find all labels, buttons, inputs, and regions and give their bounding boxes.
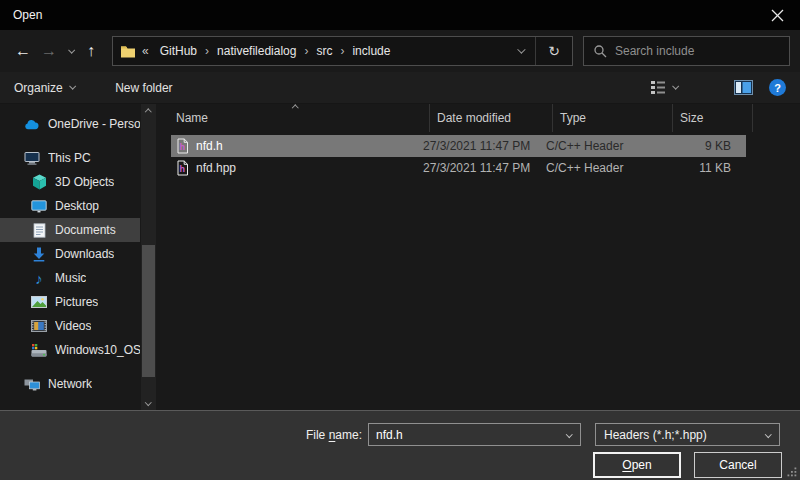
sidebar-item-network[interactable]: Network xyxy=(0,372,140,396)
close-icon xyxy=(771,9,784,22)
refresh-icon: ↻ xyxy=(548,43,560,59)
search-placeholder: Search include xyxy=(615,44,694,58)
column-header-label: Size xyxy=(680,111,703,125)
close-button[interactable] xyxy=(754,0,800,30)
window-title: Open xyxy=(13,8,42,22)
sidebar-item-label: Downloads xyxy=(55,247,114,261)
this-pc-icon xyxy=(24,150,40,166)
column-header-label: Type xyxy=(560,111,586,125)
desktop-monitor-icon xyxy=(31,198,47,214)
column-header-type[interactable]: Type xyxy=(553,104,673,132)
sidebar-item-music[interactable]: ♪ Music xyxy=(0,266,140,290)
sidebar-scrollbar[interactable] xyxy=(141,104,156,410)
file-rows: h nfd.h 27/3/2021 11:47 PM C/C++ Header … xyxy=(157,135,800,179)
file-list: Name Date modified Type Size h nfd.h 2 xyxy=(157,104,800,410)
breadcrumb-item-include[interactable]: include xyxy=(345,37,397,65)
titlebar: Open xyxy=(0,0,800,30)
sidebar-item-label: This PC xyxy=(48,151,91,165)
chevron-down-icon xyxy=(517,45,525,53)
file-row-nfd-hpp[interactable]: h nfd.hpp 27/3/2021 11:47 PM C/C++ Heade… xyxy=(171,157,746,179)
documents-page-icon xyxy=(31,222,47,238)
sidebar-item-label: Desktop xyxy=(55,199,99,213)
column-header-label: Date modified xyxy=(437,111,511,125)
scrollbar-thumb[interactable] xyxy=(142,245,155,377)
address-bar[interactable]: « GitHub › nativefiledialog › src › incl… xyxy=(112,36,573,66)
sidebar-item-pictures[interactable]: Pictures xyxy=(0,290,140,314)
sidebar-item-videos[interactable]: Videos xyxy=(0,314,140,338)
recent-locations-button[interactable] xyxy=(62,36,78,66)
cancel-button[interactable]: Cancel xyxy=(694,452,782,478)
forward-button[interactable]: → xyxy=(36,36,62,66)
breadcrumb-item-src[interactable]: src xyxy=(309,37,339,65)
command-toolbar: Organize New folder xyxy=(0,72,800,104)
help-button[interactable]: ? xyxy=(769,79,786,96)
file-name: nfd.hpp xyxy=(196,161,236,175)
svg-text:h: h xyxy=(179,164,185,174)
scroll-up-button[interactable] xyxy=(141,105,156,119)
chevron-up-icon xyxy=(145,109,151,115)
file-type-dropdown[interactable]: Headers (*.h;*.hpp) xyxy=(595,423,780,446)
open-dialog-window: Open ← → ↑ « GitHub › nativefiledialog ›… xyxy=(0,0,800,480)
back-button[interactable]: ← xyxy=(10,36,36,66)
back-arrow-icon: ← xyxy=(15,42,31,60)
content-area: OneDrive - Persor This PC xyxy=(0,104,800,410)
sidebar-item-label: Videos xyxy=(55,319,91,333)
chevron-down-icon xyxy=(69,83,75,89)
scroll-down-button[interactable] xyxy=(141,395,156,409)
resize-grip[interactable] xyxy=(787,467,797,477)
column-header-row: Name Date modified Type Size xyxy=(157,104,800,132)
file-row-nfd-h[interactable]: h nfd.h 27/3/2021 11:47 PM C/C++ Header … xyxy=(171,135,746,157)
views-icon xyxy=(651,81,666,94)
chevron-down-icon xyxy=(68,46,74,52)
chevron-down-icon xyxy=(566,431,572,437)
os-drive-icon xyxy=(31,342,47,358)
up-button[interactable]: ↑ xyxy=(78,36,104,66)
sidebar-item-label: Pictures xyxy=(55,295,98,309)
sidebar-item-label: OneDrive - Persor xyxy=(48,117,140,131)
address-dropdown-button[interactable] xyxy=(505,37,535,65)
breadcrumb-item-github[interactable]: GitHub xyxy=(153,37,204,65)
column-header-date-modified[interactable]: Date modified xyxy=(430,104,553,132)
music-note-icon: ♪ xyxy=(31,270,47,286)
sidebar-item-onedrive[interactable]: OneDrive - Persor xyxy=(0,112,140,136)
sidebar-item-this-pc[interactable]: This PC xyxy=(0,146,140,170)
chevron-down-icon xyxy=(765,431,771,437)
header-file-icon: h xyxy=(176,160,189,176)
new-folder-label: New folder xyxy=(115,81,172,95)
sidebar-item-label: Documents xyxy=(55,223,116,237)
onedrive-cloud-icon xyxy=(24,116,40,132)
organize-label: Organize xyxy=(14,81,63,95)
search-icon xyxy=(593,44,607,58)
file-name-input[interactable]: nfd.h xyxy=(368,423,581,446)
pictures-photo-icon xyxy=(31,294,47,310)
column-header-size[interactable]: Size xyxy=(673,104,753,132)
new-folder-button[interactable]: New folder xyxy=(115,81,172,95)
organize-button[interactable]: Organize xyxy=(14,81,73,95)
sidebar-item-downloads[interactable]: Downloads xyxy=(0,242,140,266)
preview-pane-button[interactable] xyxy=(734,80,753,95)
file-date-modified: 27/3/2021 11:47 PM xyxy=(416,161,539,175)
sidebar-item-windows10-os[interactable]: Windows10_OS ( xyxy=(0,338,140,362)
downloads-arrow-icon xyxy=(31,246,47,262)
file-type-value: Headers (*.h;*.hpp) xyxy=(604,428,707,442)
breadcrumb-overflow[interactable]: « xyxy=(136,44,153,58)
preview-pane-icon xyxy=(734,80,753,95)
file-name: nfd.h xyxy=(196,139,223,153)
sidebar-item-label: Windows10_OS ( xyxy=(55,343,140,357)
refresh-button[interactable]: ↻ xyxy=(536,37,572,65)
header-file-icon: h xyxy=(176,138,189,154)
sidebar-item-3d-objects[interactable]: 3D Objects xyxy=(0,170,140,194)
open-button[interactable]: Open xyxy=(593,452,681,478)
file-name-label: File name: xyxy=(250,428,362,442)
file-date-modified: 27/3/2021 11:47 PM xyxy=(416,139,539,153)
breadcrumb-item-nativefiledialog[interactable]: nativefiledialog xyxy=(210,37,303,65)
toolbar-right-group: ? xyxy=(651,79,787,96)
navigation-bar: ← → ↑ « GitHub › nativefiledialog › src … xyxy=(0,30,800,72)
change-view-button[interactable] xyxy=(651,81,677,94)
file-type: C/C++ Header xyxy=(539,139,659,153)
sidebar-item-desktop[interactable]: Desktop xyxy=(0,194,140,218)
sidebar-item-documents[interactable]: Documents xyxy=(0,218,140,242)
up-arrow-icon: ↑ xyxy=(87,42,95,60)
search-input[interactable]: Search include xyxy=(583,36,790,66)
videos-film-icon xyxy=(31,318,47,334)
